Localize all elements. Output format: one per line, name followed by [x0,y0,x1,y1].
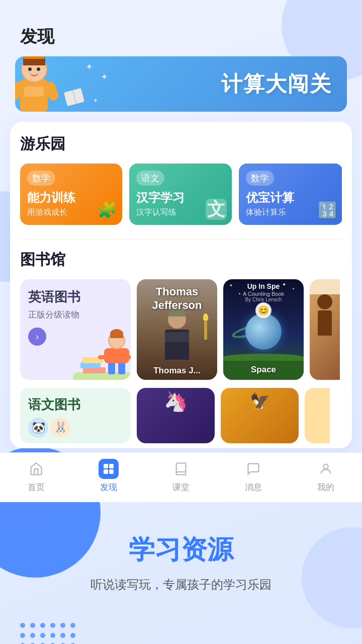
bottom-nav: 首页 发现 课堂 消息 [0,452,362,502]
nav-label-profile: 我的 [317,481,334,493]
nav-label-home: 首页 [28,481,45,493]
dot [50,633,55,638]
nav-icon-messages [243,459,263,479]
space-book-label: Space [223,365,304,375]
game-card-math[interactable]: 数学 优宝计算 体验计算乐 🔢 [239,164,342,225]
section-divider [20,239,342,239]
cn-book-partial [305,388,330,443]
book-thomas-jefferson[interactable]: ThomasJefferson Thomas J... [137,279,217,380]
dot [40,633,45,638]
nav-label-discover: 发现 [100,481,117,493]
dot [60,633,65,638]
nav-item-discover[interactable]: 发现 [72,459,145,493]
game-card-chinese[interactable]: 语文 汉字学习 汉字认写练 文 [129,164,231,225]
banner-star-1: ✦ [85,61,93,72]
thomas-book-label: Thomas J... [137,366,217,376]
chinese-books-title: 语文图书 [28,396,123,414]
svg-rect-0 [104,464,108,468]
marketing-section: 学习资源 听说读写玩，专属孩子的学习乐园 [0,502,362,613]
dot [20,633,25,638]
marketing-subtitle: 听说读写玩，专属孩子的学习乐园 [20,577,342,593]
dot [20,623,25,628]
english-books-arrow[interactable]: › [28,328,46,346]
svg-rect-1 [109,464,114,468]
game-icon-3: 🔢 [318,201,338,220]
svg-rect-3 [109,469,114,474]
nav-item-home[interactable]: 首页 [0,459,72,493]
svg-rect-2 [104,469,108,474]
nav-item-classroom[interactable]: 课堂 [145,459,217,493]
thomas-title-overlay: ThomasJefferson [137,285,217,312]
game-icon-1: 🧩 [97,201,117,220]
main-card: 游乐园 数学 能力训练 用游戏成长 🧩 语文 汉字学习 汉字认写练 文 数学 优… [10,122,352,448]
chinese-books-intro-card[interactable]: 语文图书 🐼 🐰 [20,388,131,443]
nav-icon-home [26,459,46,479]
english-books-title: 英语图书 [28,288,123,306]
game-tag-3: 数学 [246,171,274,186]
library-section-title: 图书馆 [20,250,342,270]
banner-star-2: ✦ [101,71,108,83]
space-book-author: By Chris Lensch [226,297,301,302]
dot [30,623,35,628]
banner-star-3: ✦ [93,97,98,104]
dot [70,633,75,638]
cn-book-1[interactable]: 🦄 [137,388,215,443]
nav-item-profile[interactable]: 我的 [290,459,362,493]
chinese-books-row: 语文图书 🐼 🐰 🦄 🦅 [20,388,342,443]
banner-area: ✦ ✦ ✦ 计算大闯关 [0,56,362,117]
nav-icon-profile [316,459,336,479]
nav-icon-discover [99,459,119,479]
svg-point-4 [323,464,328,469]
dot [70,623,75,628]
dot [40,623,45,628]
book-partial-4 [310,279,340,380]
dot [50,623,55,628]
games-row: 数学 能力训练 用游戏成长 🧩 语文 汉字学习 汉字认写练 文 数学 优宝计算 … [20,164,342,225]
banner-title: 计算大闯关 [221,70,332,98]
marketing-title: 学习资源 [20,532,342,568]
game-tag-1: 数学 [27,171,55,186]
nav-label-classroom: 课堂 [172,481,190,493]
banner[interactable]: ✦ ✦ ✦ 计算大闯关 [15,56,347,112]
game-icon-2: 文 [206,199,227,220]
dot [60,623,65,628]
cn-book-2[interactable]: 🦅 [221,388,299,443]
english-books-subtitle: 正版分级读物 [28,309,123,320]
page-title: 发现 [0,0,362,56]
space-book-subtitle1: A Counting Book [226,291,301,297]
nav-item-messages[interactable]: 消息 [217,459,290,493]
english-books-intro-card[interactable]: 英语图书 正版分级读物 › [20,279,131,380]
game-card-ability[interactable]: 数学 能力训练 用游戏成长 🧩 [20,164,122,225]
nav-icon-classroom [171,459,191,479]
english-books-row: 英语图书 正版分级读物 › [20,279,342,380]
game-tag-2: 语文 [136,171,164,186]
nav-label-messages: 消息 [245,481,262,493]
dots-grid [0,613,80,644]
dot [30,633,35,638]
playground-section-title: 游乐园 [20,134,342,154]
book-space-counting[interactable]: ✦ ✦ ✦ ✦ Up In Spe A Counting Book By Chr… [223,279,304,380]
space-book-main-title: Up In Spe [226,282,301,291]
